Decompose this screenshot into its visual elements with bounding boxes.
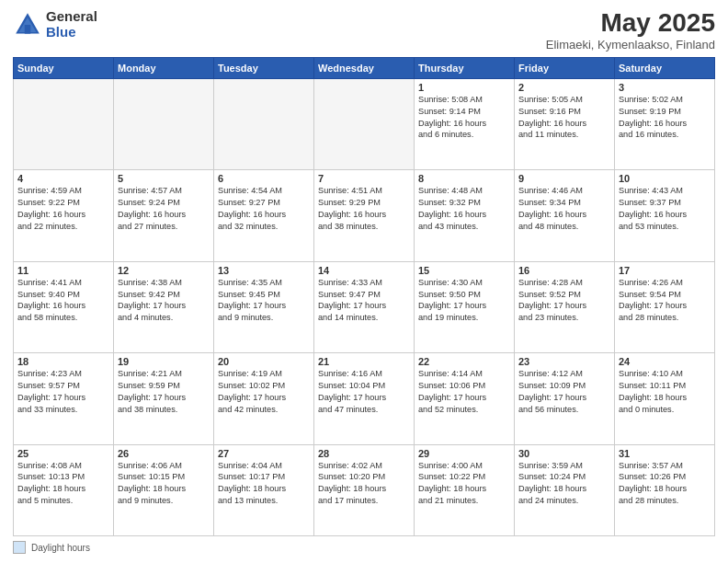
day-info: Sunrise: 4:12 AMSunset: 10:09 PMDaylight… [518,368,610,416]
day-number: 4 [17,173,109,184]
calendar-cell: 30Sunrise: 3:59 AMSunset: 10:24 PMDaylig… [515,444,615,535]
calendar-cell: 4Sunrise: 4:59 AMSunset: 9:22 PMDaylight… [14,170,114,261]
day-number: 1 [418,82,510,93]
calendar-cell [314,78,415,169]
calendar-table: Sunday Monday Tuesday Wednesday Thursday… [13,57,715,536]
day-number: 2 [518,82,610,93]
day-info: Sunrise: 4:02 AMSunset: 10:20 PMDaylight… [318,460,410,508]
day-info: Sunrise: 4:59 AMSunset: 9:22 PMDaylight:… [17,185,109,233]
day-number: 19 [118,356,210,367]
footer-label: Daylight hours [31,543,90,553]
day-number: 7 [318,173,410,184]
calendar-cell: 22Sunrise: 4:14 AMSunset: 10:06 PMDaylig… [415,353,515,444]
calendar-cell: 25Sunrise: 4:08 AMSunset: 10:13 PMDaylig… [14,444,114,535]
calendar-cell [214,78,314,169]
day-number: 13 [218,265,310,276]
footer: Daylight hours [13,541,715,554]
calendar-cell: 16Sunrise: 4:28 AMSunset: 9:52 PMDayligh… [515,261,615,352]
calendar-cell: 18Sunrise: 4:23 AMSunset: 9:57 PMDayligh… [14,353,114,444]
day-number: 10 [619,173,711,184]
day-info: Sunrise: 4:00 AMSunset: 10:22 PMDaylight… [418,460,510,508]
calendar-cell: 14Sunrise: 4:33 AMSunset: 9:47 PMDayligh… [314,261,415,352]
calendar-cell: 27Sunrise: 4:04 AMSunset: 10:17 PMDaylig… [214,444,314,535]
day-info: Sunrise: 4:19 AMSunset: 10:02 PMDaylight… [218,368,310,416]
calendar-cell: 13Sunrise: 4:35 AMSunset: 9:45 PMDayligh… [214,261,314,352]
day-info: Sunrise: 5:02 AMSunset: 9:19 PMDaylight:… [619,94,711,142]
day-number: 3 [619,82,711,93]
calendar-cell: 10Sunrise: 4:43 AMSunset: 9:37 PMDayligh… [615,170,715,261]
day-info: Sunrise: 4:35 AMSunset: 9:45 PMDaylight:… [218,277,310,325]
col-thursday: Thursday [415,57,515,78]
calendar-cell: 17Sunrise: 4:26 AMSunset: 9:54 PMDayligh… [615,261,715,352]
calendar-week-0: 1Sunrise: 5:08 AMSunset: 9:14 PMDaylight… [14,78,715,169]
calendar-cell: 20Sunrise: 4:19 AMSunset: 10:02 PMDaylig… [214,353,314,444]
day-number: 11 [17,265,109,276]
calendar-cell: 26Sunrise: 4:06 AMSunset: 10:15 PMDaylig… [114,444,214,535]
day-number: 29 [418,448,510,459]
day-number: 15 [418,265,510,276]
logo-text: General Blue [46,9,97,40]
calendar-cell: 7Sunrise: 4:51 AMSunset: 9:29 PMDaylight… [314,170,415,261]
subtitle: Elimaeki, Kymenlaakso, Finland [546,38,715,52]
col-friday: Friday [515,57,615,78]
day-info: Sunrise: 4:21 AMSunset: 9:59 PMDaylight:… [118,368,210,416]
calendar-cell: 23Sunrise: 4:12 AMSunset: 10:09 PMDaylig… [515,353,615,444]
calendar-cell: 3Sunrise: 5:02 AMSunset: 9:19 PMDaylight… [615,78,715,169]
day-number: 17 [619,265,711,276]
day-number: 27 [218,448,310,459]
calendar-cell: 12Sunrise: 4:38 AMSunset: 9:42 PMDayligh… [114,261,214,352]
col-tuesday: Tuesday [214,57,314,78]
day-info: Sunrise: 4:26 AMSunset: 9:54 PMDaylight:… [619,277,711,325]
calendar-week-1: 4Sunrise: 4:59 AMSunset: 9:22 PMDaylight… [14,170,715,261]
calendar-cell: 15Sunrise: 4:30 AMSunset: 9:50 PMDayligh… [415,261,515,352]
calendar-cell: 31Sunrise: 3:57 AMSunset: 10:26 PMDaylig… [615,444,715,535]
col-sunday: Sunday [14,57,114,78]
day-number: 18 [17,356,109,367]
col-monday: Monday [114,57,214,78]
day-number: 9 [518,173,610,184]
day-info: Sunrise: 3:59 AMSunset: 10:24 PMDaylight… [518,460,610,508]
day-number: 14 [318,265,410,276]
day-info: Sunrise: 4:41 AMSunset: 9:40 PMDaylight:… [17,277,109,325]
main-title: May 2025 [546,9,715,38]
header: General Blue May 2025 Elimaeki, Kymenlaa… [13,9,715,52]
day-info: Sunrise: 5:08 AMSunset: 9:14 PMDaylight:… [418,94,510,142]
calendar-week-4: 25Sunrise: 4:08 AMSunset: 10:13 PMDaylig… [14,444,715,535]
day-info: Sunrise: 4:51 AMSunset: 9:29 PMDaylight:… [318,185,410,233]
day-number: 16 [518,265,610,276]
col-wednesday: Wednesday [314,57,415,78]
day-info: Sunrise: 4:33 AMSunset: 9:47 PMDaylight:… [318,277,410,325]
day-info: Sunrise: 5:05 AMSunset: 9:16 PMDaylight:… [518,94,610,142]
day-info: Sunrise: 4:54 AMSunset: 9:27 PMDaylight:… [218,185,310,233]
title-block: May 2025 Elimaeki, Kymenlaakso, Finland [546,9,715,52]
day-number: 24 [619,356,711,367]
day-number: 30 [518,448,610,459]
col-saturday: Saturday [615,57,715,78]
day-info: Sunrise: 4:38 AMSunset: 9:42 PMDaylight:… [118,277,210,325]
day-number: 23 [518,356,610,367]
day-info: Sunrise: 4:23 AMSunset: 9:57 PMDaylight:… [17,368,109,416]
day-info: Sunrise: 4:04 AMSunset: 10:17 PMDaylight… [218,460,310,508]
day-info: Sunrise: 4:30 AMSunset: 9:50 PMDaylight:… [418,277,510,325]
calendar-cell: 2Sunrise: 5:05 AMSunset: 9:16 PMDaylight… [515,78,615,169]
logo: General Blue [13,9,97,40]
calendar-cell [14,78,114,169]
calendar-cell: 1Sunrise: 5:08 AMSunset: 9:14 PMDaylight… [415,78,515,169]
calendar-cell: 24Sunrise: 4:10 AMSunset: 10:11 PMDaylig… [615,353,715,444]
logo-blue-text: Blue [46,25,97,40]
day-info: Sunrise: 4:08 AMSunset: 10:13 PMDaylight… [17,460,109,508]
day-number: 20 [218,356,310,367]
day-number: 25 [17,448,109,459]
day-number: 31 [619,448,711,459]
calendar-cell: 21Sunrise: 4:16 AMSunset: 10:04 PMDaylig… [314,353,415,444]
day-number: 22 [418,356,510,367]
calendar-week-3: 18Sunrise: 4:23 AMSunset: 9:57 PMDayligh… [14,353,715,444]
day-info: Sunrise: 4:28 AMSunset: 9:52 PMDaylight:… [518,277,610,325]
day-number: 28 [318,448,410,459]
day-info: Sunrise: 4:14 AMSunset: 10:06 PMDaylight… [418,368,510,416]
page: General Blue May 2025 Elimaeki, Kymenlaa… [0,0,728,563]
calendar-cell: 11Sunrise: 4:41 AMSunset: 9:40 PMDayligh… [14,261,114,352]
calendar-cell [114,78,214,169]
day-number: 6 [218,173,310,184]
day-number: 5 [118,173,210,184]
